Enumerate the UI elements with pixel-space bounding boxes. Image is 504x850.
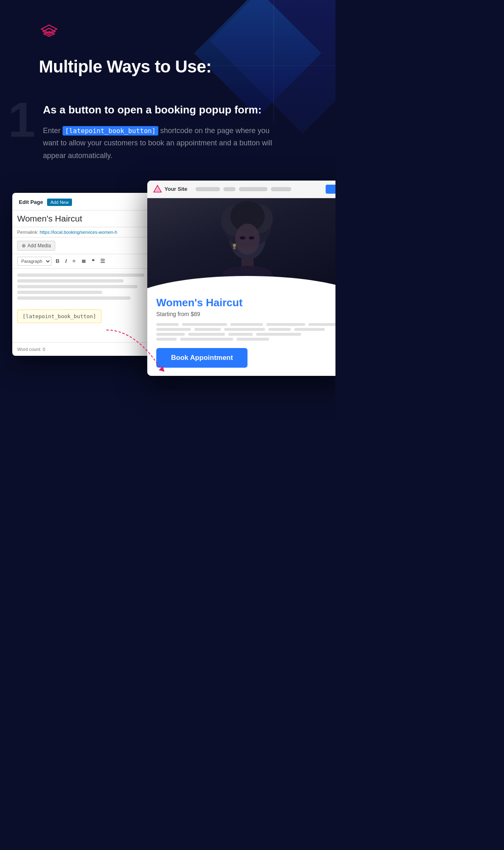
- nav-ph-3: [239, 187, 268, 191]
- svg-point-17: [249, 236, 254, 240]
- wp-edit-page-label: Edit Page: [19, 199, 43, 205]
- wp-paragraph-select[interactable]: Paragraph: [17, 257, 52, 266]
- browser-hero-image: [147, 198, 335, 288]
- wp-italic-btn[interactable]: I: [63, 257, 68, 265]
- nav-ph-1: [196, 187, 220, 191]
- wp-add-new-button[interactable]: Add New: [47, 199, 72, 206]
- main-heading: Multiple Ways to Use:: [0, 45, 335, 77]
- nav-ph-4: [271, 187, 291, 191]
- logo-area: [0, 0, 335, 45]
- dashed-arrow-svg: [102, 326, 184, 375]
- svg-marker-2: [44, 32, 54, 36]
- step-number: 1: [8, 95, 39, 144]
- wp-text-line: [17, 296, 130, 300]
- wp-align-btn[interactable]: ☰: [99, 257, 107, 265]
- service-price: Starting from $89: [156, 311, 335, 317]
- nav-placeholders: [196, 187, 322, 191]
- svg-point-15: [233, 247, 236, 249]
- wp-editor-header: Edit Page Add New: [12, 193, 164, 210]
- latepoint-logo-icon: [39, 23, 59, 43]
- step-title: As a button to open a booking popup form…: [43, 103, 335, 117]
- wp-ul-btn[interactable]: ≡: [71, 257, 77, 265]
- wp-bold-btn[interactable]: B: [54, 257, 61, 265]
- wp-toolbar: Paragraph B I ≡ ≣ ❝ ☰: [12, 254, 164, 269]
- heading-text: Multiple Ways to Use:: [39, 57, 212, 76]
- svg-point-11: [235, 224, 260, 255]
- wp-add-media-area: ⊕ Add Media: [12, 237, 164, 254]
- step-description: Enter [latepoint_book_button] shortcode …: [43, 124, 284, 162]
- add-media-label: Add Media: [27, 243, 51, 249]
- permalink-url[interactable]: https://local.booking/services-women-h: [40, 230, 117, 235]
- section-1: 1 As a button to open a booking popup fo…: [0, 77, 335, 414]
- wp-text-line: [17, 291, 102, 294]
- wp-ol-btn[interactable]: ≣: [80, 257, 88, 265]
- wp-text-line: [17, 285, 137, 288]
- wp-quote-btn[interactable]: ❝: [90, 257, 96, 265]
- wp-text-line: [17, 274, 144, 277]
- svg-point-16: [240, 236, 245, 240]
- svg-marker-3: [159, 366, 164, 372]
- wp-title-input[interactable]: [12, 210, 164, 227]
- desc-before: Enter: [43, 127, 63, 135]
- wp-shortcode-block: [latepoint_book_button]: [17, 310, 101, 323]
- nav-ph-2: [223, 187, 236, 191]
- browser-logo: Your Site: [153, 185, 187, 194]
- screenshots-area: Edit Page Add New Permalink: https://loc…: [12, 181, 335, 414]
- shortcode-highlight: [latepoint_book_button]: [63, 126, 158, 136]
- wp-text-line: [17, 279, 124, 283]
- add-media-icon: ⊕: [22, 243, 26, 249]
- permalink-label: Permalink:: [17, 230, 38, 235]
- svg-point-14: [233, 244, 236, 247]
- wp-placeholder-lines: [17, 274, 159, 300]
- site-name: Your Site: [164, 186, 187, 192]
- wp-permalink: Permalink: https://local.booking/service…: [12, 227, 164, 237]
- wave-svg: [147, 272, 335, 288]
- browser-toolbar: Your Site: [147, 181, 335, 198]
- service-title: Women's Haircut: [156, 296, 335, 309]
- nav-cta-ph: [326, 185, 335, 194]
- wp-add-media-button[interactable]: ⊕ Add Media: [17, 241, 55, 251]
- site-logo-icon: [153, 185, 162, 194]
